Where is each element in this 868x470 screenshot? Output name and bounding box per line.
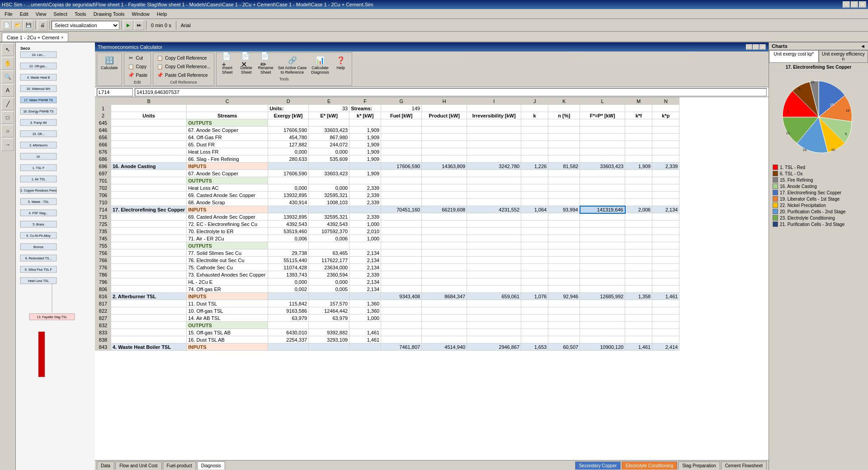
chart-tab-kp[interactable]: Unit exergy cost kp* <box>769 50 819 62</box>
col-C[interactable]: C <box>187 98 268 105</box>
h2k: n [%] <box>548 112 580 119</box>
active-cell[interactable]: 141319,646 <box>580 206 625 213</box>
col-L[interactable]: L <box>580 98 625 105</box>
main-tab-close[interactable]: × <box>61 35 63 40</box>
visualization-select[interactable]: Select visualization <box>52 21 119 30</box>
table-row: 645 OUTPUTS <box>95 119 679 127</box>
r1g[interactable]: 149 <box>381 105 422 112</box>
r1d[interactable]: Units: <box>268 105 309 112</box>
r1l[interactable] <box>580 105 625 112</box>
open-btn[interactable]: 📂 <box>13 20 23 30</box>
charts-collapse-btn[interactable]: ◄ <box>860 43 865 49</box>
menu-file[interactable]: File <box>2 10 15 18</box>
chart-tab-n[interactable]: Unit exergy efficiency n <box>819 50 868 62</box>
sheet-tab-electrolyte[interactable]: Electrolyte Conditioning <box>622 461 677 470</box>
new-btn[interactable]: 📄 <box>2 20 12 30</box>
delete-sheet-btn[interactable]: 📄✕ DeleteSheet <box>237 54 255 76</box>
step-btn[interactable]: ⏭ <box>134 20 144 30</box>
menu-view[interactable]: View <box>33 10 49 18</box>
col-I[interactable]: I <box>467 98 521 105</box>
cell-reference-input[interactable] <box>97 88 133 96</box>
calculate-diagnosis-btn[interactable]: 📊 CalculateDiagnosis <box>309 54 331 76</box>
tab-data[interactable]: Data <box>97 461 114 470</box>
line-tool[interactable]: ╱ <box>1 98 14 110</box>
sheet-tab-secondary[interactable]: Secondary Copper <box>575 461 621 470</box>
copy-cell-ref1-btn[interactable]: 📋 Copy Cell Reference <box>155 54 212 62</box>
toolbar-sep3 <box>121 21 122 30</box>
print-btn[interactable]: 🖨 <box>38 20 47 30</box>
formula-input[interactable] <box>135 88 767 96</box>
h2h: Product [kW] <box>422 112 467 119</box>
menu-window[interactable]: Window <box>129 10 152 18</box>
svg-text:3. Waste - TSL: 3. Waste - TSL <box>28 200 49 203</box>
col-J[interactable]: J <box>521 98 548 105</box>
save-btn[interactable]: 💾 <box>24 20 33 30</box>
r1f[interactable]: Streams: <box>349 105 381 112</box>
menu-select[interactable]: Select <box>51 10 70 18</box>
tab-fuel[interactable]: Fuel-product <box>163 461 196 470</box>
r645c[interactable]: OUTPUTS <box>187 119 268 127</box>
col-E[interactable]: E <box>309 98 349 105</box>
r1n[interactable] <box>652 105 679 112</box>
r1h[interactable] <box>422 105 467 112</box>
spreadsheet[interactable]: B C D E F G H I J K L M N <box>95 97 769 460</box>
main-tab[interactable]: Case 1 - 2Cu + Cement × <box>2 33 68 42</box>
maximize-btn[interactable]: □ <box>851 1 858 8</box>
col-K[interactable]: K <box>548 98 580 105</box>
pointer-tool[interactable]: ↖ <box>1 43 14 56</box>
menu-tools[interactable]: Tools <box>72 10 89 18</box>
paste-cell-ref-btn[interactable]: 📌 Paste Cell Reference <box>155 71 212 79</box>
menu-edit[interactable]: Edit <box>17 10 31 18</box>
pan-tool[interactable]: ✋ <box>1 57 14 70</box>
zoom-tool[interactable]: 🔍 <box>1 70 14 83</box>
col-N[interactable]: N <box>652 98 679 105</box>
copy-cell-ref2-btn[interactable]: 📋 Copy Cell Reference... <box>155 62 212 70</box>
sheet-tab-slag[interactable]: Slag Preparation <box>678 461 720 470</box>
calculate-btn[interactable]: 🔢 Calculate <box>99 54 120 71</box>
r1e[interactable]: 33 <box>309 105 349 112</box>
rename-sheet-btn[interactable]: 📄✏ RenameSheet <box>256 54 275 76</box>
menu-help[interactable]: Help <box>154 10 170 18</box>
formula-bar <box>95 87 769 97</box>
close-btn[interactable]: ✕ <box>859 1 866 8</box>
r645d[interactable] <box>268 119 309 127</box>
r1i[interactable] <box>467 105 521 112</box>
svg-text:17.: 17. <box>830 103 835 106</box>
col-H[interactable]: H <box>422 98 467 105</box>
r1m[interactable] <box>625 105 652 112</box>
r1c[interactable] <box>187 105 268 112</box>
rect-tool[interactable]: □ <box>1 111 14 124</box>
tab-flow[interactable]: Flow and Unit Cost <box>115 461 161 470</box>
set-active-case-btn[interactable]: 🔗 Set Active Caseto Reference <box>276 54 309 76</box>
dialog-maximize[interactable]: □ <box>753 44 759 50</box>
text-tool[interactable]: A <box>1 84 14 97</box>
col-M[interactable]: M <box>625 98 652 105</box>
connection-tool[interactable]: → <box>1 138 14 151</box>
sheet-tab-cement[interactable]: Cement Flowsheet <box>721 461 767 470</box>
col-G[interactable]: G <box>381 98 422 105</box>
cut-btn[interactable]: ✂ Cut <box>126 54 149 62</box>
table-row: 706 69. Casted Anode Sec Copper 13932,89… <box>95 192 679 199</box>
ellipse-tool[interactable]: ○ <box>1 125 14 137</box>
dialog-close[interactable]: ✕ <box>760 44 766 50</box>
copy-btn[interactable]: 📋 Copy <box>126 62 149 70</box>
minimize-btn[interactable]: ─ <box>843 1 850 8</box>
help-btn[interactable]: ❓ Help <box>332 54 350 71</box>
col-B[interactable]: B <box>111 98 187 105</box>
r645b[interactable] <box>111 119 187 127</box>
menu-drawing-tools[interactable]: Drawing Tools <box>91 10 127 18</box>
table-row: 676 Heat Loss FR 0,000 0,000 1,909 <box>95 148 679 155</box>
r1b[interactable] <box>111 105 187 112</box>
svg-text:20.: 20. <box>831 148 836 151</box>
font-select[interactable]: Arial <box>178 23 193 28</box>
insert-sheet-btn[interactable]: 📄+ InsertSheet <box>218 54 236 76</box>
r1k[interactable] <box>548 105 580 112</box>
ribbon-cellref-buttons: 📋 Copy Cell Reference 📋 Copy Cell Refere… <box>155 54 212 79</box>
paste-btn[interactable]: 📌 Paste <box>126 71 149 79</box>
run-btn[interactable]: ▶ <box>123 20 133 30</box>
dialog-minimize[interactable]: ─ <box>746 44 752 50</box>
r1j[interactable] <box>521 105 548 112</box>
col-F[interactable]: F <box>349 98 381 105</box>
tab-diagnosis[interactable]: Diagnosis <box>197 461 225 470</box>
col-D[interactable]: D <box>268 98 309 105</box>
